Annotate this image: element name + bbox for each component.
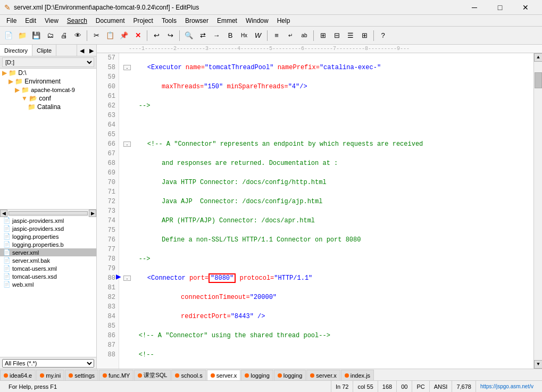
file-jaspic-xsd[interactable]: 📄jaspic-providers.xsd bbox=[0, 224, 96, 232]
toolbar: 📄 📁 💾 🗂 🖨 👁 ✂ 📋 📌 ✕ ↩ ↪ 🔍 ⇄ → B Hx W ≡ ↵… bbox=[0, 27, 542, 45]
panel-nav-left[interactable]: ◀ bbox=[77, 45, 87, 56]
menu-file[interactable]: File bbox=[2, 16, 21, 26]
btab-idea64[interactable]: idea64.e bbox=[0, 370, 36, 380]
code-container[interactable]: 57585960 61626364 65666768 69707172 7374… bbox=[97, 53, 542, 369]
scroll-track[interactable] bbox=[534, 62, 542, 360]
btab-logging1[interactable]: logging bbox=[241, 370, 273, 380]
tb-indent[interactable]: ≡ bbox=[270, 29, 283, 42]
dir-tree-header: [D:] bbox=[0, 56, 96, 69]
panel-nav-right[interactable]: ▶ bbox=[87, 45, 96, 56]
tb-grid[interactable]: ⊟ bbox=[330, 29, 343, 42]
tb-open[interactable]: 📁 bbox=[16, 29, 29, 42]
tb-saveall[interactable]: 🗂 bbox=[44, 29, 56, 42]
tb-table[interactable]: ⊞ bbox=[316, 29, 329, 42]
tb-replace[interactable]: ⇄ bbox=[196, 29, 209, 42]
tb-redo[interactable]: ↪ bbox=[164, 29, 177, 42]
tb-hx[interactable]: Hx bbox=[238, 29, 251, 42]
btab-func[interactable]: func.MY bbox=[99, 370, 134, 380]
file-tomcat-users-xsd[interactable]: 📄tomcat-users.xsd bbox=[0, 272, 96, 280]
tree-item-environment[interactable]: ▶ 📁Environment bbox=[0, 77, 96, 86]
scroll-up-btn[interactable]: ▲ bbox=[534, 53, 542, 62]
status-encoding: PC bbox=[412, 381, 429, 392]
menu-browser[interactable]: Browser bbox=[181, 16, 213, 26]
file-filter: All Files (*.*) bbox=[0, 357, 96, 369]
btab-school[interactable]: school.s bbox=[171, 370, 206, 380]
status-size: 7,678 bbox=[452, 381, 476, 392]
tb-w[interactable]: W bbox=[252, 29, 264, 42]
file-server-xml-bak[interactable]: 📄server.xml.bak bbox=[0, 256, 96, 264]
tb-save[interactable]: 💾 bbox=[30, 29, 43, 42]
tb-delete[interactable]: ✕ bbox=[131, 29, 144, 42]
tb-wordwrap[interactable]: ↵ bbox=[284, 29, 297, 42]
file-server-xml[interactable]: 📄server.xml bbox=[0, 248, 96, 256]
status-col: col 55 bbox=[353, 381, 378, 392]
menu-edit[interactable]: Edit bbox=[21, 16, 40, 26]
tb-cut[interactable]: ✂ bbox=[90, 29, 103, 42]
scroll-right-btn[interactable]: ▶ bbox=[89, 210, 96, 217]
btab-indexjs[interactable]: index.js bbox=[341, 370, 374, 380]
tree-item-conf[interactable]: ▼ 📂conf bbox=[0, 94, 96, 103]
status-help: For Help, press F1 bbox=[4, 381, 331, 392]
tb-monospace[interactable]: ab bbox=[298, 29, 311, 42]
panel-tabs: Directory Clipte ◀ ▶ bbox=[0, 45, 96, 56]
menu-help[interactable]: Help bbox=[273, 16, 295, 26]
tb-more1[interactable]: ⊞ bbox=[358, 29, 371, 42]
scroll-down-btn[interactable]: ▼ bbox=[534, 360, 542, 369]
file-list: 📄jaspic-providers.xml 📄jaspic-providers.… bbox=[0, 216, 96, 357]
btab-logging2[interactable]: logging bbox=[274, 370, 306, 380]
file-web-xml[interactable]: 📄web.xml bbox=[0, 280, 96, 288]
panel-nav: ◀ ▶ bbox=[77, 45, 96, 56]
tab-directory[interactable]: Directory bbox=[0, 45, 32, 56]
btab-server-xml[interactable]: server.x bbox=[207, 370, 241, 380]
tree-item-catalina[interactable]: 📁Catalina bbox=[0, 103, 96, 111]
drive-select[interactable]: [D:] bbox=[2, 57, 94, 67]
menu-document[interactable]: Document bbox=[91, 16, 129, 26]
tb-goto[interactable]: → bbox=[210, 29, 223, 42]
tb-print[interactable]: 🖨 bbox=[57, 29, 70, 42]
menu-search[interactable]: Search bbox=[63, 16, 91, 26]
tb-paste[interactable]: 📌 bbox=[118, 29, 130, 42]
tb-find[interactable]: 🔍 bbox=[182, 29, 195, 42]
file-tomcat-users-xml[interactable]: 📄tomcat-users.xml bbox=[0, 264, 96, 272]
main-layout: Directory Clipte ◀ ▶ [D:] ▶ 📁D:\ ▶ 📁Envi… bbox=[0, 45, 542, 369]
left-scrollbar-h[interactable]: ◀ ▶ bbox=[0, 209, 96, 216]
right-scrollbar[interactable]: ▲ ▼ bbox=[533, 53, 542, 369]
file-jaspic-xml[interactable]: 📄jaspic-providers.xml bbox=[0, 216, 96, 224]
tree-item-tomcat[interactable]: ▶ 📁apache-tomcat-9 bbox=[0, 86, 96, 94]
btab-settings[interactable]: settings bbox=[65, 370, 98, 380]
file-filter-select[interactable]: All Files (*.*) bbox=[2, 359, 94, 368]
maximize-button[interactable]: □ bbox=[488, 0, 512, 15]
file-logging-props[interactable]: 📄logging.properties bbox=[0, 232, 96, 240]
tb-list[interactable]: ☰ bbox=[344, 29, 357, 42]
line-numbers: 57585960 61626364 65666768 69707172 7374… bbox=[97, 53, 119, 369]
scroll-thumb[interactable] bbox=[535, 72, 542, 88]
status-charset: ANSI bbox=[430, 381, 453, 392]
tb-preview[interactable]: 👁 bbox=[71, 29, 84, 42]
menu-project[interactable]: Project bbox=[129, 16, 157, 26]
tb-b2[interactable]: B bbox=[224, 29, 237, 42]
status-line: In 72 bbox=[331, 381, 353, 392]
tb-undo[interactable]: ↩ bbox=[150, 29, 163, 42]
btab-myini[interactable]: my.ini bbox=[36, 370, 64, 380]
close-button[interactable]: ✕ bbox=[513, 0, 538, 15]
status-num2: 00 bbox=[397, 381, 412, 392]
file-logging-props-b[interactable]: 📄logging.properties.b bbox=[0, 240, 96, 248]
tree-item-d[interactable]: ▶ 📁D:\ bbox=[0, 69, 96, 77]
tb-new[interactable]: 📄 bbox=[2, 29, 15, 42]
scroll-left-btn[interactable]: ◀ bbox=[0, 210, 7, 217]
code-content: - <Executor name="tomcatThreadPool" name… bbox=[119, 53, 533, 369]
minimize-button[interactable]: ─ bbox=[462, 0, 487, 15]
ruler: ----1---------2---------3---------4-----… bbox=[97, 45, 542, 53]
menu-view[interactable]: View bbox=[40, 16, 63, 26]
status-url: https://jspgo.asm.net/v bbox=[476, 383, 538, 389]
status-bar: For Help, press F1 In 72 col 55 168 00 P… bbox=[0, 380, 542, 392]
menu-tools[interactable]: Tools bbox=[157, 16, 181, 26]
tb-copy[interactable]: 📋 bbox=[104, 29, 116, 42]
btab-server2[interactable]: server.x bbox=[306, 370, 340, 380]
menu-emmet[interactable]: Emmet bbox=[213, 16, 241, 26]
tb-help[interactable]: ? bbox=[377, 29, 389, 42]
left-panel: Directory Clipte ◀ ▶ [D:] ▶ 📁D:\ ▶ 📁Envi… bbox=[0, 45, 97, 369]
btab-sql[interactable]: 课堂SQL bbox=[134, 370, 171, 380]
tab-cliptext[interactable]: Clipte bbox=[32, 45, 56, 56]
menu-window[interactable]: Window bbox=[241, 16, 273, 26]
